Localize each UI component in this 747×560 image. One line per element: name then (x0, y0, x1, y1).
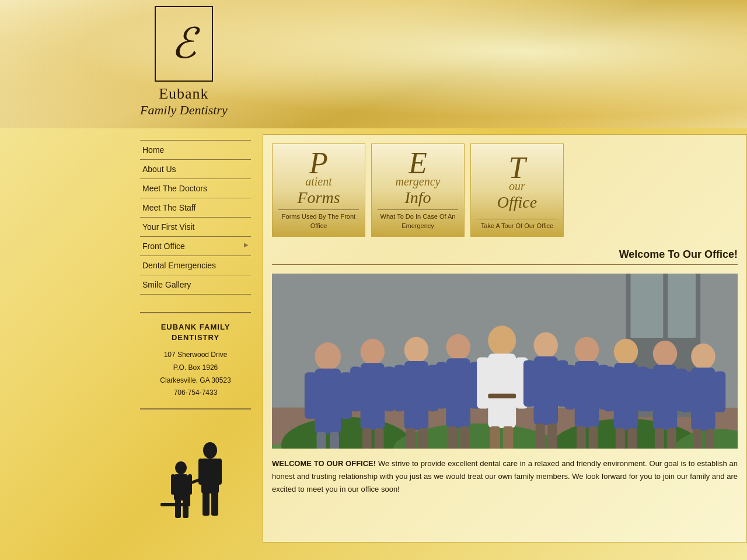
header-swoosh (0, 0, 747, 128)
patient-forms-box[interactable]: P atient Forms Forms Used By The Front O… (272, 144, 365, 237)
svg-rect-51 (477, 358, 490, 409)
svg-point-80 (691, 344, 715, 370)
nav-link-staff[interactable]: Meet The Staff (140, 198, 251, 217)
emergency-info-box[interactable]: E mergency Info What To Do In Case Of An… (371, 144, 465, 237)
svg-rect-55 (488, 394, 516, 398)
office-tour-word2: Office (497, 193, 537, 212)
svg-point-74 (653, 341, 677, 367)
logo-text: Eubank Family Dentistry (140, 85, 228, 118)
patient-forms-big-letter: P (309, 150, 328, 177)
nav-item-front-office[interactable]: Front Office (140, 237, 251, 256)
nav-item-gallery[interactable]: Smile Gallery (140, 275, 251, 295)
logo-box: ℰ (155, 6, 213, 82)
svg-rect-47 (448, 426, 458, 449)
emergency-info-title-area: E mergency Info (396, 150, 441, 207)
office-tour-box[interactable]: T our Office Take A Tour Of Our Office (470, 144, 564, 237)
patient-forms-word: atient (305, 175, 332, 188)
svg-rect-76 (643, 369, 654, 411)
svg-point-62 (575, 337, 599, 363)
svg-rect-29 (317, 432, 326, 449)
staff-photo-svg (272, 274, 738, 449)
svg-rect-34 (384, 367, 395, 412)
svg-rect-10 (175, 499, 181, 518)
svg-rect-41 (406, 428, 416, 449)
svg-rect-7 (174, 474, 188, 501)
page-wrapper: ℰ Eubank Family Dentistry Home About Us … (0, 0, 747, 560)
svg-rect-64 (564, 365, 575, 410)
svg-rect-79 (667, 428, 676, 449)
svg-point-37 (404, 337, 428, 363)
logo-monogram: ℰ (171, 23, 197, 65)
svg-rect-45 (436, 362, 447, 409)
svg-rect-50 (488, 354, 516, 428)
nav-item-emergencies[interactable]: Dental Emergencies (140, 256, 251, 275)
main-content: Home About Us Meet The Doctors Meet The … (140, 128, 747, 548)
silhouette-icon (155, 439, 236, 526)
svg-point-56 (533, 332, 557, 359)
feature-boxes: P atient Forms Forms Used By The Front O… (272, 144, 738, 237)
svg-rect-84 (693, 429, 702, 449)
svg-rect-58 (523, 360, 535, 407)
svg-rect-85 (705, 429, 714, 449)
patient-forms-subtext: Forms Used By The Front Office (278, 212, 359, 230)
svg-rect-5 (211, 492, 218, 516)
svg-rect-63 (575, 361, 599, 428)
svg-rect-73 (628, 428, 637, 449)
logo-family: Family Dentistry (140, 103, 228, 118)
nav-item-first-visit[interactable]: Your First Visit (140, 218, 251, 237)
contact-practice-name: EUBANK FAMILY DENTISTRY (146, 322, 245, 343)
emergency-subtext: What To Do In Case Of An Emergency (378, 212, 458, 230)
content-area: P atient Forms Forms Used By The Front O… (263, 134, 747, 542)
welcome-bold-intro: WELCOME TO OUR OFFICE! (272, 459, 376, 468)
nav-link-front-office[interactable]: Front Office (140, 237, 251, 256)
svg-point-49 (488, 326, 516, 355)
svg-rect-70 (603, 367, 615, 412)
svg-rect-57 (533, 356, 557, 425)
svg-rect-83 (714, 372, 725, 412)
svg-rect-14 (187, 485, 190, 506)
svg-rect-39 (394, 365, 405, 411)
svg-point-43 (446, 334, 470, 360)
office-tour-word: our (509, 180, 525, 193)
emergency-word2: Info (404, 188, 431, 207)
emergency-word: mergency (396, 175, 441, 188)
svg-rect-13 (160, 503, 190, 506)
nav-link-emergencies[interactable]: Dental Emergencies (140, 256, 251, 275)
svg-rect-66 (577, 426, 586, 449)
logo-area: ℰ Eubank Family Dentistry (140, 6, 228, 118)
nav-link-about[interactable]: About Us (140, 160, 251, 178)
header: ℰ Eubank Family Dentistry (0, 0, 747, 128)
svg-rect-8 (171, 474, 175, 495)
logo-eubank: Eubank (140, 85, 228, 103)
nav-link-gallery[interactable]: Smile Gallery (140, 275, 251, 294)
svg-rect-24 (668, 274, 696, 338)
svg-rect-61 (547, 424, 557, 449)
svg-rect-26 (315, 369, 341, 434)
svg-rect-81 (691, 368, 715, 431)
svg-rect-3 (217, 459, 222, 485)
emergency-big-letter: E (409, 150, 427, 177)
nav-item-staff[interactable]: Meet The Staff (140, 198, 251, 218)
svg-rect-53 (490, 426, 500, 449)
nav-item-doctors[interactable]: Meet The Doctors (140, 179, 251, 198)
nav-link-doctors[interactable]: Meet The Doctors (140, 179, 251, 198)
office-tour-divider (477, 219, 557, 219)
svg-rect-35 (362, 428, 372, 449)
contact-address: 107 Sherwood Drive P.O. Box 1926 Clarkes… (146, 349, 245, 399)
svg-rect-36 (375, 428, 384, 449)
svg-rect-78 (655, 428, 664, 449)
svg-rect-60 (536, 424, 545, 449)
nav-link-first-visit[interactable]: Your First Visit (140, 218, 251, 236)
welcome-heading: Welcome To Our Office! (272, 249, 738, 265)
welcome-text: WELCOME TO OUR OFFICE! We strive to prov… (272, 457, 738, 496)
svg-rect-75 (653, 365, 677, 430)
staff-photo (272, 274, 738, 449)
nav-link-home[interactable]: Home (140, 141, 251, 159)
nav-item-about[interactable]: About Us (140, 160, 251, 179)
svg-point-68 (614, 339, 638, 365)
office-tour-subtext: Take A Tour Of Our Office (481, 222, 553, 230)
svg-rect-30 (330, 432, 339, 449)
svg-point-31 (361, 339, 385, 365)
nav-item-home[interactable]: Home (140, 141, 251, 160)
sidebar: Home About Us Meet The Doctors Meet The … (140, 134, 251, 542)
